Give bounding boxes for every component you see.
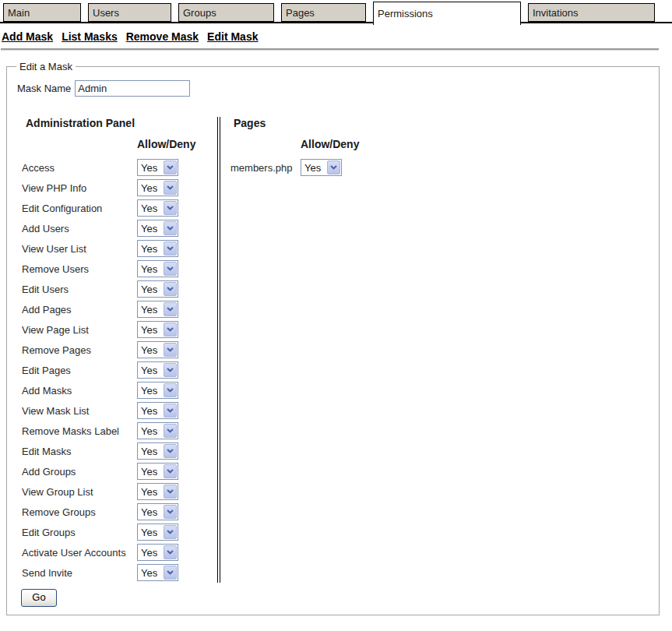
- subnav-link[interactable]: Remove Mask: [126, 30, 199, 43]
- permission-row: Remove Users Yes: [22, 259, 217, 279]
- allow-deny-value: Yes: [138, 466, 164, 478]
- allow-deny-value: Yes: [301, 162, 327, 174]
- chevron-down-icon: [164, 505, 177, 519]
- allow-deny-select[interactable]: Yes: [137, 240, 178, 257]
- permission-label: Remove Users: [22, 263, 137, 275]
- mask-name-input[interactable]: [75, 80, 190, 97]
- permission-label: Add Users: [22, 223, 137, 234]
- allow-deny-value: Yes: [138, 506, 164, 518]
- allow-deny-value: Yes: [138, 425, 164, 437]
- tab-label: Users: [93, 7, 119, 19]
- permission-row: Activate User Accounts Yes: [22, 542, 217, 562]
- subnav-link[interactable]: Add Mask: [2, 30, 53, 43]
- chevron-down-icon: [164, 160, 177, 174]
- allow-deny-select[interactable]: Yes: [137, 199, 178, 217]
- permission-label: Edit Users: [22, 284, 137, 295]
- allow-deny-value: Yes: [138, 263, 164, 275]
- permission-row: Edit Groups Yes: [22, 522, 217, 542]
- permission-label: Add Masks: [22, 385, 137, 397]
- chevron-down-icon: [164, 363, 177, 377]
- chevron-down-icon: [327, 160, 340, 174]
- allow-deny-value: Yes: [138, 304, 164, 316]
- chevron-down-icon: [164, 525, 177, 539]
- chevron-down-icon: [164, 241, 177, 256]
- allow-deny-select[interactable]: Yes: [137, 503, 178, 520]
- allow-deny-select[interactable]: Yes: [137, 463, 178, 480]
- allow-deny-value: Yes: [138, 446, 164, 457]
- tab[interactable]: Main: [3, 3, 81, 22]
- subnav-link[interactable]: Edit Mask: [207, 30, 258, 43]
- permission-label: Remove Groups: [22, 506, 137, 518]
- tab[interactable]: Permissions: [373, 2, 521, 25]
- chevron-down-icon: [164, 201, 177, 215]
- allow-deny-value: Yes: [138, 567, 164, 579]
- tab[interactable]: Users: [88, 3, 171, 22]
- chevron-down-icon: [164, 181, 177, 195]
- permission-label: View PHP Info: [22, 182, 137, 194]
- permission-label: Edit Masks: [22, 446, 137, 457]
- allow-deny-select[interactable]: Yes: [137, 442, 178, 460]
- allow-deny-select[interactable]: Yes: [137, 321, 178, 338]
- allow-deny-value: Yes: [138, 162, 164, 174]
- permission-label: Edit Pages: [22, 365, 137, 376]
- tab-label: Main: [8, 7, 30, 19]
- allow-deny-select[interactable]: Yes: [137, 280, 178, 298]
- tab-label: Permissions: [378, 8, 433, 19]
- permission-label: Edit Groups: [22, 527, 137, 538]
- allow-deny-value: Yes: [138, 223, 164, 234]
- tab[interactable]: Groups: [178, 3, 274, 22]
- pages-column: Pages Allow/Deny members.php Yes: [225, 115, 651, 583]
- chevron-down-icon: [164, 444, 177, 458]
- allow-deny-select[interactable]: Yes: [137, 564, 178, 581]
- chevron-down-icon: [164, 566, 177, 580]
- allow-deny-select[interactable]: Yes: [137, 220, 178, 237]
- fieldset-legend: Edit a Mask: [16, 61, 76, 72]
- mask-subnav: Add MaskList MasksRemove MaskEdit Mask: [0, 23, 672, 48]
- permission-row: Remove Pages Yes: [22, 340, 217, 360]
- permission-row: Edit Configuration Yes: [22, 198, 217, 218]
- allow-deny-select[interactable]: Yes: [137, 382, 178, 399]
- chevron-down-icon: [164, 383, 177, 397]
- allow-deny-select[interactable]: Yes: [137, 483, 178, 500]
- permission-row: Add Pages Yes: [22, 299, 217, 319]
- permission-row: Send Invite Yes: [22, 562, 217, 583]
- allow-deny-select[interactable]: Yes: [137, 159, 178, 176]
- pages-title: Pages: [234, 117, 651, 129]
- allow-deny-select[interactable]: Yes: [137, 341, 178, 358]
- permission-label: Remove Masks Label: [22, 425, 137, 437]
- admin-panel-title: Administration Panel: [26, 117, 217, 129]
- mask-name-label: Mask Name: [17, 83, 71, 94]
- chevron-down-icon: [164, 464, 177, 478]
- allow-deny-select[interactable]: Yes: [137, 179, 178, 196]
- allow-deny-value: Yes: [138, 344, 164, 356]
- allow-deny-select[interactable]: Yes: [137, 260, 178, 277]
- allow-deny-value: Yes: [138, 243, 164, 255]
- tab[interactable]: Invitations: [528, 3, 655, 22]
- allow-deny-value: Yes: [138, 182, 164, 194]
- permission-row: Add Groups Yes: [22, 461, 217, 481]
- permission-row: View Group List Yes: [22, 481, 217, 502]
- allow-deny-value: Yes: [138, 486, 164, 498]
- admin-panel-column: Administration Panel Allow/Deny Access Y…: [16, 115, 217, 583]
- allow-deny-select[interactable]: Yes: [137, 544, 178, 561]
- allow-deny-select[interactable]: Yes: [137, 361, 178, 379]
- allow-deny-select[interactable]: Yes: [137, 402, 178, 419]
- permission-row: Edit Pages Yes: [22, 360, 217, 380]
- allow-deny-value: Yes: [138, 324, 164, 336]
- permission-label: members.php: [230, 162, 301, 174]
- tab-label: Pages: [286, 7, 315, 19]
- go-button[interactable]: Go: [21, 589, 57, 607]
- allow-deny-value: Yes: [138, 405, 164, 417]
- allow-deny-select[interactable]: Yes: [137, 422, 178, 439]
- permission-row: View PHP Info Yes: [22, 178, 217, 198]
- chevron-down-icon: [164, 343, 177, 357]
- permission-row: Access Yes: [22, 157, 217, 178]
- allow-deny-select[interactable]: Yes: [301, 159, 342, 176]
- allow-deny-select[interactable]: Yes: [137, 301, 178, 318]
- subnav-link[interactable]: List Masks: [62, 30, 118, 43]
- allow-deny-value: Yes: [138, 385, 164, 397]
- permission-label: Add Pages: [22, 304, 137, 316]
- mask-name-row: Mask Name: [17, 80, 651, 97]
- allow-deny-select[interactable]: Yes: [137, 523, 178, 541]
- tab[interactable]: Pages: [281, 3, 366, 22]
